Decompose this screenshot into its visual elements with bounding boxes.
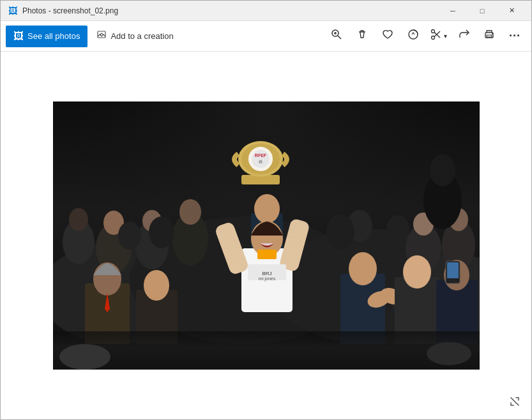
delete-button[interactable] — [351, 26, 374, 47]
scissors-icon — [430, 28, 443, 44]
expand-button[interactable] — [506, 394, 524, 412]
add-to-creation-label: Add to a creation — [110, 31, 173, 41]
svg-point-13 — [492, 33, 493, 34]
minimize-button[interactable]: ─ — [438, 1, 467, 21]
close-button[interactable]: ✕ — [497, 1, 526, 21]
svg-point-7 — [432, 36, 435, 40]
more-button[interactable]: ··· — [503, 26, 526, 47]
print-button[interactable] — [478, 26, 501, 47]
heart-icon — [381, 28, 394, 44]
more-icon: ··· — [509, 29, 521, 43]
photo-viewer-content: BRJ mr.jones RFEF — [1, 52, 531, 419]
svg-line-3 — [338, 36, 341, 39]
close-icon: ✕ — [509, 6, 515, 15]
retouch-button[interactable] — [402, 26, 425, 47]
app-window: 🖼 Photos - screenshot_02.png ─ □ ✕ 🖼 See… — [0, 0, 532, 420]
zoom-icon — [330, 28, 343, 44]
see-all-photos-button[interactable]: 🖼 See all photos — [6, 26, 87, 47]
expand-icon — [508, 395, 521, 411]
favorite-button[interactable] — [376, 26, 399, 47]
photo-container: BRJ mr.jones RFEF — [1, 52, 531, 419]
share-icon — [457, 28, 470, 44]
photos-nav-icon: 🖼 — [13, 31, 24, 42]
add-to-creation-button[interactable]: Add to a creation — [90, 26, 179, 47]
creation-icon — [96, 30, 107, 42]
toolbar: 🖼 See all photos Add to a creation — [1, 21, 531, 52]
print-icon — [483, 28, 496, 44]
window-controls: ─ □ ✕ — [438, 1, 526, 21]
zoom-button[interactable] — [325, 26, 348, 47]
svg-line-10 — [434, 33, 440, 38]
svg-rect-78 — [53, 101, 480, 370]
svg-rect-12 — [487, 35, 492, 37]
maximize-button[interactable]: □ — [467, 1, 497, 21]
retouch-icon — [407, 28, 420, 44]
svg-point-8 — [432, 30, 435, 33]
delete-icon — [356, 28, 369, 44]
minimize-icon: ─ — [450, 7, 455, 15]
app-icon: 🖼 — [8, 6, 17, 16]
edit-dropdown-arrow: ▾ — [444, 33, 447, 40]
edit-with-dropdown-button[interactable]: ▾ — [427, 26, 450, 47]
see-all-photos-label: See all photos — [27, 31, 80, 41]
photo-image: BRJ mr.jones RFEF — [53, 101, 480, 370]
svg-line-9 — [434, 31, 440, 37]
title-bar: 🖼 Photos - screenshot_02.png ─ □ ✕ — [1, 1, 531, 21]
maximize-icon: □ — [480, 7, 485, 15]
window-title: Photos - screenshot_02.png — [22, 6, 118, 15]
share-button[interactable] — [452, 26, 475, 47]
